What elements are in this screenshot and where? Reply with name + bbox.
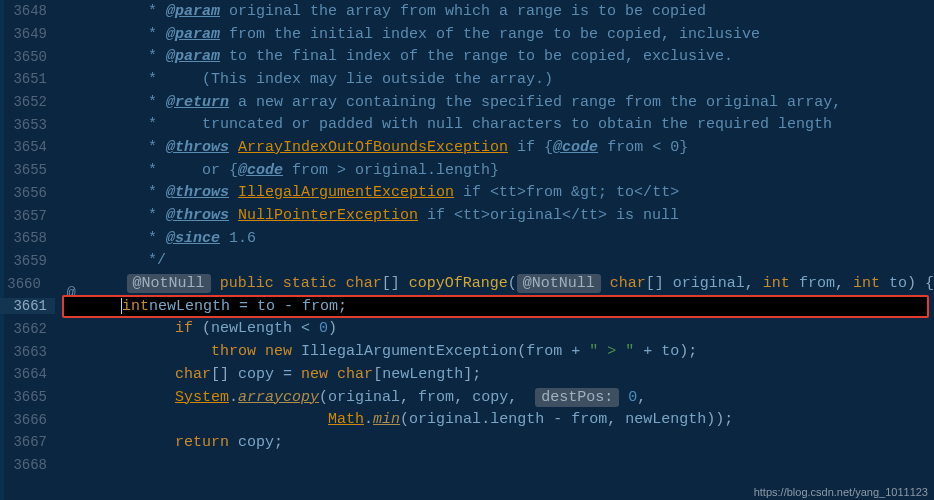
code-line: 3652 * @return a new array containing th… (0, 91, 934, 114)
inlay-hint: @NotNull (127, 274, 211, 293)
inlay-hint: destPos: (535, 388, 619, 407)
class-link[interactable]: System (175, 389, 229, 406)
code-line: 3666 Math.min(original.length - from, ne… (0, 408, 934, 431)
exception-link[interactable]: IllegalArgumentException (238, 184, 454, 201)
comment-text: from the initial index of the range to b… (220, 26, 760, 43)
watermark-text: https://blog.csdn.net/yang_1011123 (754, 486, 928, 498)
code-line: 3659 */ (0, 250, 934, 273)
code-line: 3656 * @throws IllegalArgumentException … (0, 182, 934, 205)
code-line: 3648 * @param original the array from wh… (0, 0, 934, 23)
code-line: 3663 throw new IllegalArgumentException(… (0, 340, 934, 363)
code-line: 3657 * @throws NullPointerException if <… (0, 204, 934, 227)
code-line: 3665 System.arraycopy(original, from, co… (0, 386, 934, 409)
javadoc-tag: @param (166, 3, 220, 20)
exception-link[interactable]: ArrayIndexOutOfBoundsException (238, 139, 508, 156)
code-line: 3651 * (This index may lie outside the a… (0, 68, 934, 91)
method-link[interactable]: arraycopy (238, 389, 319, 406)
comment-text: original the array from which a range is… (220, 3, 706, 20)
code-line: 3660@ @NotNull public static char[] copy… (0, 272, 934, 295)
code-editor[interactable]: 3648 * @param original the array from wh… (0, 0, 934, 500)
code-line: 3667 return copy; (0, 431, 934, 454)
code-line: 3664 char[] copy = new char[newLength]; (0, 363, 934, 386)
code-line: 3668 (0, 454, 934, 477)
code-line: 3655 * or {@code from > original.length} (0, 159, 934, 182)
code-line-highlighted: 3661 int newLength = to - from; (0, 295, 934, 318)
code-line: 3649 * @param from the initial index of … (0, 23, 934, 46)
class-link[interactable]: Math (328, 411, 364, 428)
inlay-hint: @NotNull (517, 274, 601, 293)
code-line: 3653 * truncated or padded with null cha… (0, 113, 934, 136)
code-line: 3658 * @since 1.6 (0, 227, 934, 250)
exception-link[interactable]: NullPointerException (238, 207, 418, 224)
code-line: 3650 * @param to the final index of the … (0, 45, 934, 68)
code-content[interactable]: * @param original the array from which a… (103, 3, 934, 20)
line-number: 3649 (0, 26, 55, 42)
code-line: 3654 * @throws ArrayIndexOutOfBoundsExce… (0, 136, 934, 159)
method-link[interactable]: min (373, 411, 400, 428)
gutter-strip (0, 0, 4, 500)
highlighted-line[interactable]: int newLength = to - from; (62, 295, 929, 318)
code-line: 3662 if (newLength < 0) (0, 318, 934, 341)
line-number: 3648 (0, 3, 55, 19)
